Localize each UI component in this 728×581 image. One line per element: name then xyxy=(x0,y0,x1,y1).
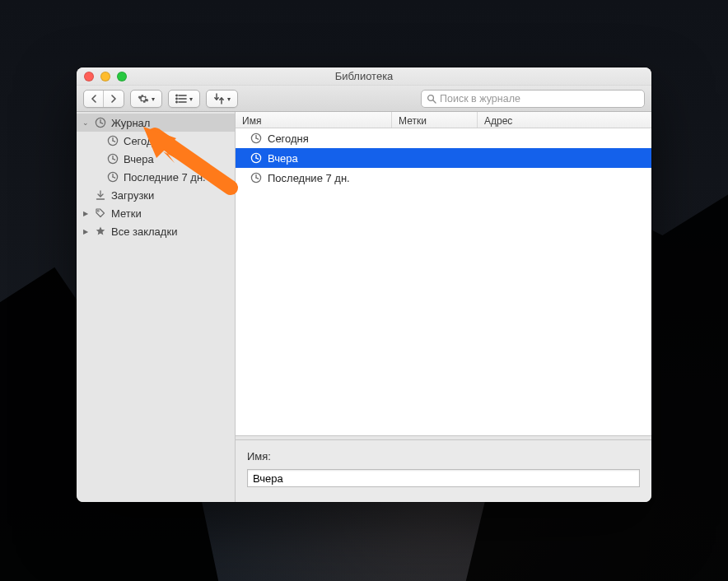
search-field[interactable] xyxy=(421,90,645,108)
close-window-button[interactable] xyxy=(84,72,94,81)
svg-line-16 xyxy=(113,159,115,160)
sidebar-item-label: Вчера xyxy=(124,153,154,165)
column-header-tags[interactable]: Метки xyxy=(392,112,478,128)
download-icon xyxy=(94,188,107,202)
window-title: Библиотека xyxy=(335,70,394,82)
chevron-right-icon xyxy=(110,95,117,103)
results-list[interactable]: Сегодня Вчера Последние 7 xyxy=(236,128,651,435)
back-button[interactable] xyxy=(84,91,104,107)
content-panel: Имя Метки Адрес Сегодня Вчера xyxy=(236,112,651,502)
detail-name-label: Имя: xyxy=(247,450,640,462)
svg-line-19 xyxy=(113,177,115,178)
search-input[interactable] xyxy=(440,93,639,105)
chevron-down-icon: ▾ xyxy=(189,95,193,103)
sidebar-item-label: Метки xyxy=(111,207,142,220)
clock-icon xyxy=(250,172,262,184)
svg-point-4 xyxy=(176,98,177,99)
sidebar-item-history[interactable]: ⌄ Журнал xyxy=(77,114,235,132)
library-window: Библиотека ▾ ▾ ▾ xyxy=(77,67,651,502)
sidebar-item-last-7-days[interactable]: Последние 7 дн. xyxy=(77,168,235,186)
svg-line-25 xyxy=(256,138,259,139)
svg-line-7 xyxy=(433,100,436,102)
clock-icon xyxy=(250,152,262,164)
toolbar: ▾ ▾ ▾ xyxy=(77,86,651,112)
clock-icon xyxy=(106,152,119,165)
minimize-window-button[interactable] xyxy=(100,72,110,81)
svg-point-22 xyxy=(97,210,99,211)
forward-button[interactable] xyxy=(104,91,124,107)
zoom-window-button[interactable] xyxy=(117,72,127,81)
list-item-label: Вчера xyxy=(268,152,298,165)
views-button[interactable]: ▾ xyxy=(168,90,200,108)
disclosure-triangle-icon[interactable]: ▶ xyxy=(82,228,90,235)
sidebar-item-label: Последние 7 дн. xyxy=(124,171,206,184)
disclosure-triangle-icon[interactable]: ▶ xyxy=(82,210,90,217)
column-header-name[interactable]: Имя xyxy=(236,112,392,128)
import-export-button[interactable]: ▾ xyxy=(206,90,238,108)
search-icon xyxy=(427,94,436,104)
sidebar-item-label: Все закладки xyxy=(111,225,177,238)
list-item[interactable]: Вчера xyxy=(236,148,651,168)
svg-line-10 xyxy=(100,123,103,123)
svg-point-5 xyxy=(176,101,177,102)
list-item[interactable]: Последние 7 дн. xyxy=(236,168,651,188)
detail-panel: Имя: xyxy=(236,440,651,502)
svg-line-13 xyxy=(113,141,115,142)
disclosure-triangle-icon[interactable]: ⌄ xyxy=(82,119,90,127)
import-export-icon xyxy=(213,93,225,105)
list-icon xyxy=(175,94,187,104)
sidebar-item-label: Загрузки xyxy=(111,189,154,202)
sidebar-item-label: Журнал xyxy=(111,117,150,129)
column-headers: Имя Метки Адрес xyxy=(236,112,651,128)
tag-icon xyxy=(94,207,107,220)
chevron-down-icon: ▾ xyxy=(152,95,155,103)
organize-button[interactable]: ▾ xyxy=(130,90,162,108)
sidebar-item-today[interactable]: Сегодня xyxy=(77,132,235,150)
chevron-down-icon: ▾ xyxy=(227,95,231,103)
svg-line-31 xyxy=(256,178,259,179)
svg-line-28 xyxy=(256,158,259,159)
svg-point-3 xyxy=(176,95,177,95)
list-item[interactable]: Сегодня xyxy=(236,128,651,148)
sidebar-item-downloads[interactable]: Загрузки xyxy=(77,186,235,204)
clock-icon xyxy=(94,116,107,129)
gear-icon xyxy=(138,93,149,105)
chevron-left-icon xyxy=(91,95,97,103)
clock-icon xyxy=(106,134,119,147)
column-header-address[interactable]: Адрес xyxy=(478,112,651,128)
sidebar-item-yesterday[interactable]: Вчера xyxy=(77,150,235,168)
window-controls xyxy=(84,72,127,81)
sidebar-item-all-bookmarks[interactable]: ▶ Все закладки xyxy=(77,222,235,240)
star-icon xyxy=(94,225,107,238)
clock-icon xyxy=(106,170,119,184)
sidebar: ⌄ Журнал Сегодня Вчера xyxy=(77,112,236,502)
detail-name-input[interactable] xyxy=(247,469,640,487)
clock-icon xyxy=(250,132,262,144)
list-item-label: Сегодня xyxy=(268,132,309,145)
nav-segmented xyxy=(83,90,124,108)
sidebar-item-label: Сегодня xyxy=(124,135,165,147)
list-item-label: Последние 7 дн. xyxy=(268,172,350,184)
titlebar[interactable]: Библиотека xyxy=(77,67,651,86)
sidebar-item-tags[interactable]: ▶ Метки xyxy=(77,204,235,222)
